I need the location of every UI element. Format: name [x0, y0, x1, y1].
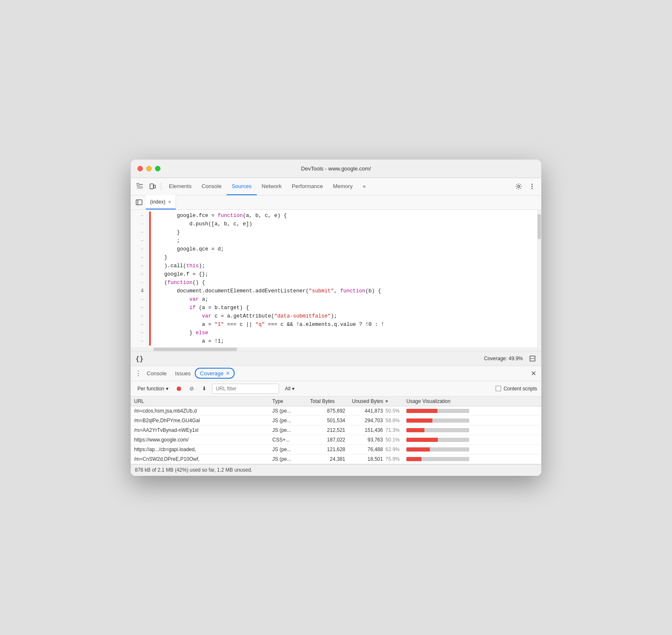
table-row[interactable]: https://www.google.com/ CSS+... 187,022 …	[131, 435, 541, 445]
bottom-tab-console[interactable]: Console	[142, 366, 171, 381]
line-num-3: –	[131, 228, 147, 237]
cov-4	[149, 237, 151, 245]
cov-12	[149, 304, 151, 312]
bottom-tab-coverage[interactable]: Coverage ×	[195, 368, 235, 379]
tab-sources[interactable]: Sources	[227, 178, 257, 195]
line-num-13: –	[131, 312, 147, 320]
line-num-12: –	[131, 304, 147, 312]
file-tab-index[interactable]: (index) ×	[146, 195, 176, 209]
col-url[interactable]: URL	[131, 398, 269, 404]
per-function-button[interactable]: Per function ▾	[135, 385, 171, 393]
url-filter-input[interactable]	[212, 384, 279, 394]
row6-unused: 18,501 75.9%	[349, 454, 403, 464]
tab-elements[interactable]: Elements	[164, 178, 196, 195]
settings-icon[interactable]	[513, 181, 525, 192]
row1-url: /m=cdos,hsm,jsa,mb4ZUb,d	[131, 406, 269, 416]
table-row[interactable]: /m=cdos,hsm,jsa,mb4ZUb,d JS (pe... 875,6…	[131, 406, 541, 416]
bottom-tabbar: ⋮ Console Issues Coverage × ✕	[131, 366, 541, 381]
code-lines[interactable]: google.fce = function(a, b, c, e) { d.pu…	[161, 210, 537, 347]
code-line-13: var c = a.getAttribute("data-submitfalse…	[164, 312, 537, 320]
coverage-table-body: /m=cdos,hsm,jsa,mb4ZUb,d JS (pe... 875,6…	[131, 406, 541, 464]
svg-rect-5	[154, 185, 155, 188]
code-line-6: }	[164, 253, 537, 262]
bottom-tab-issues[interactable]: Issues	[171, 366, 195, 381]
row3-type: JS (pe...	[269, 426, 307, 435]
row1-type: JS (pe...	[269, 406, 307, 416]
code-line-3: }	[164, 228, 537, 237]
table-row[interactable]: /rs=AA2YrTvBynad-nWEy1xl JS (pe... 212,5…	[131, 426, 541, 435]
coverage-tab-close[interactable]: ×	[226, 370, 230, 377]
vertical-scrollbar[interactable]	[537, 210, 541, 347]
cov-8	[149, 270, 151, 279]
col-unused[interactable]: Unused Bytes ▾	[349, 398, 403, 404]
tab-performance[interactable]: Performance	[287, 178, 328, 195]
code-line-9: (function() {	[164, 279, 537, 287]
svg-rect-11	[136, 200, 142, 205]
row3-total: 212,521	[307, 426, 349, 435]
export-button[interactable]: ⬇	[199, 384, 209, 393]
devtools-window: DevTools - www.google.com/ Elements Cons…	[131, 160, 541, 476]
maximize-panel-icon[interactable]	[528, 354, 537, 363]
code-line-8: google.f = {};	[164, 270, 537, 279]
device-icon[interactable]	[147, 181, 158, 192]
bottom-tab-menu-icon[interactable]: ⋮	[134, 369, 142, 377]
toolbar-end	[513, 181, 538, 192]
scrollbar-thumb[interactable]	[538, 214, 541, 239]
sidebar-toggle-button[interactable]	[134, 197, 144, 207]
more-options-icon[interactable]	[526, 181, 538, 192]
maximize-button[interactable]	[155, 166, 160, 171]
table-row[interactable]: /m=B2qlPe,DhPYme,GU4Gal JS (pe... 501,53…	[131, 416, 541, 426]
inspect-icon[interactable]	[134, 181, 146, 192]
all-chevron: ▾	[292, 386, 295, 392]
code-content[interactable]: – – – – – – – – – 4 – – – – – –	[131, 210, 541, 347]
clear-button[interactable]: ⊘	[187, 384, 196, 393]
cov-7	[149, 262, 151, 270]
tab-memory[interactable]: Memory	[328, 178, 358, 195]
table-row[interactable]: /m=CnSW2d,DPreE,P10Owf, JS (pe... 24,381…	[131, 454, 541, 464]
coverage-controls: Per function ▾ ⏺ ⊘ ⬇ All ▾ Content scrip…	[131, 381, 541, 397]
bottom-panel-close-button[interactable]: ✕	[529, 369, 538, 378]
file-tab-close[interactable]: ×	[168, 199, 171, 205]
row5-url: https://ap.../cb=gapi.loaded,	[131, 445, 269, 454]
line-num-6: –	[131, 253, 147, 262]
code-line-16: a = !1;	[164, 337, 537, 346]
col-total[interactable]: Total Bytes	[307, 398, 349, 404]
row4-type: CSS+...	[269, 435, 307, 444]
all-label: All	[285, 386, 290, 392]
cov-10	[149, 287, 151, 295]
code-line-5: google.qce = d;	[164, 245, 537, 253]
horizontal-scrollbar[interactable]	[131, 347, 541, 351]
table-row[interactable]: https://ap.../cb=gapi.loaded, JS (pe... …	[131, 445, 541, 454]
row4-url: https://www.google.com/	[131, 435, 269, 444]
line-numbers: – – – – – – – – – 4 – – – – – –	[131, 210, 147, 347]
row2-bar	[403, 416, 541, 425]
row2-total: 501,534	[307, 416, 349, 425]
row2-unused: 294,703 58.8%	[349, 416, 403, 425]
tab-network[interactable]: Network	[257, 178, 287, 195]
line-num-14: –	[131, 320, 147, 329]
svg-point-7	[518, 186, 520, 188]
cov-5	[149, 245, 151, 253]
per-function-label: Per function	[137, 386, 164, 392]
tab-more[interactable]: »	[358, 178, 371, 195]
minimize-button[interactable]	[146, 166, 152, 171]
tab-console[interactable]: Console	[196, 178, 227, 195]
content-scripts-checkbox[interactable]	[496, 386, 501, 391]
format-icon[interactable]: {}	[135, 354, 144, 363]
devtools-toolbar: Elements Console Sources Network Perform…	[131, 178, 541, 196]
all-filter-button[interactable]: All ▾	[282, 385, 297, 393]
close-button[interactable]	[137, 166, 143, 171]
col-viz: Usage Visualization	[403, 398, 541, 404]
h-scrollbar-thumb[interactable]	[153, 348, 237, 351]
cov-11	[149, 295, 151, 304]
col-type[interactable]: Type	[269, 398, 307, 404]
row3-bar	[403, 426, 541, 435]
content-scripts-label: Content scripts	[504, 386, 537, 392]
coverage-table: URL Type Total Bytes Unused Bytes ▾ Usag…	[131, 397, 541, 464]
per-function-chevron: ▾	[166, 386, 168, 392]
record-button[interactable]: ⏺	[174, 384, 184, 393]
line-num-15: –	[131, 329, 147, 337]
code-line-7: ).call(this);	[164, 262, 537, 270]
window-title: DevTools - www.google.com/	[301, 165, 371, 172]
svg-point-6	[152, 188, 152, 188]
